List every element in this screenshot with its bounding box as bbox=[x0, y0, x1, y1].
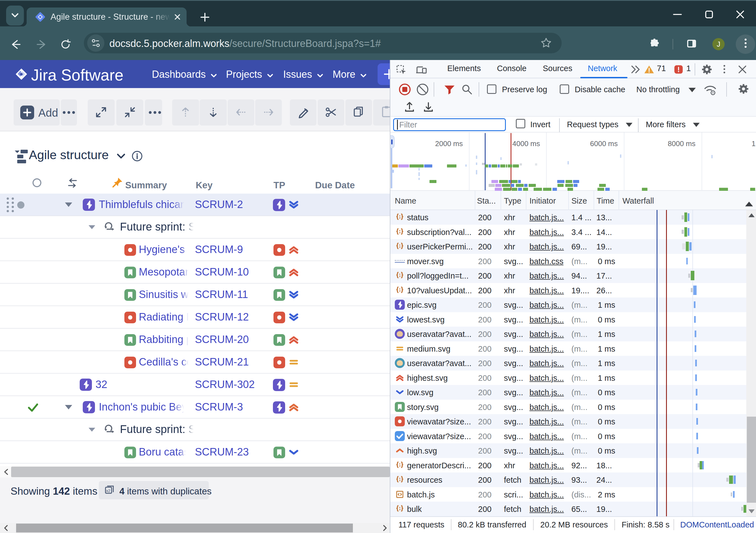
svg-text:x2: x2 bbox=[106, 489, 111, 493]
